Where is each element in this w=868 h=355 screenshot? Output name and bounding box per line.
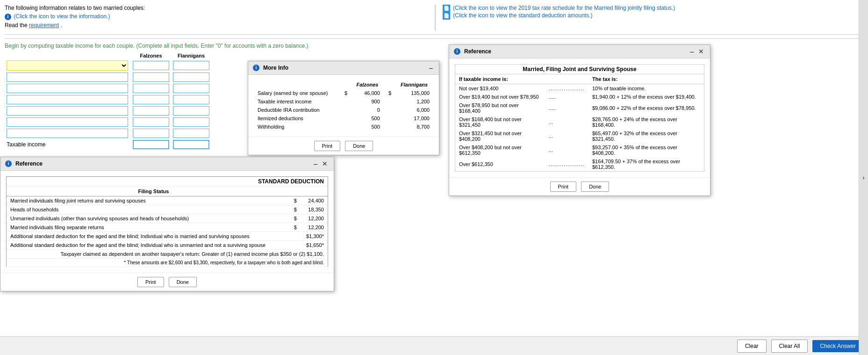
top-section: The following information relates to two… — [5, 5, 863, 30]
mi-row5-label: Withholding — [254, 123, 340, 131]
mi-row3-flannigans: 6,000 — [395, 106, 433, 114]
row3-flannigans-input[interactable] — [173, 84, 209, 93]
taxable-income-flannigans[interactable] — [173, 140, 209, 149]
list-item: Itemized deductions 500 17,000 — [254, 114, 433, 123]
list-item: Not over $19,400 ................... 10%… — [455, 84, 704, 93]
requirement-link[interactable]: requirement — [29, 22, 59, 29]
ref-tax-minimize[interactable]: – — [689, 48, 695, 55]
row6-flannigans-input[interactable] — [173, 117, 209, 127]
row7-label-input[interactable] — [7, 129, 128, 138]
row4-falzones-input[interactable] — [133, 95, 169, 104]
row4-label-input[interactable] — [7, 95, 128, 104]
row7-flannigans-input[interactable] — [173, 129, 209, 138]
row1-flannigans-input[interactable] — [173, 61, 209, 70]
list-item: Withholding 500 8,700 — [254, 123, 433, 131]
more-info-popup: i More Info – Falzones Flannigans — [248, 61, 439, 155]
ref-std-content: STANDARD DEDUCTION Filing Status Married… — [0, 171, 334, 273]
row6-label-input[interactable] — [7, 117, 128, 127]
row3-falzones-input[interactable] — [133, 84, 169, 93]
mi-row3-label: Deductible IRA contribution — [254, 106, 340, 114]
ref-tax-print-button[interactable]: Print — [550, 181, 577, 192]
list-item: Taxpayer claimed as dependent on another… — [7, 250, 328, 259]
list-item: Over $408,200 but not over $612,350 ... … — [455, 143, 704, 157]
table-row — [5, 72, 211, 83]
ref-std-print-button[interactable]: Print — [137, 277, 164, 287]
clear-button[interactable]: Clear — [737, 340, 767, 353]
mi-row2-label: Taxable interest income — [254, 97, 340, 106]
mi-row4-flannigans: 17,000 — [395, 114, 433, 123]
doc-icon-1[interactable]: 📄 — [443, 5, 450, 12]
ref-tax-popup: i Reference – ✕ Married, Filing Joint an… — [449, 44, 710, 196]
std-deduction-link[interactable]: (Click the icon to view the standard ded… — [453, 12, 592, 19]
ref-std-controls: – ✕ — [312, 160, 329, 167]
row1-falzones-input[interactable] — [133, 61, 169, 70]
ref-std-close[interactable]: ✕ — [321, 160, 329, 167]
row1-dropdown[interactable] — [7, 60, 128, 71]
more-info-content: Falzones Flannigans Salary (earned by on… — [248, 75, 439, 137]
mi-row4-falzones: 500 — [351, 114, 384, 123]
nav-arrow[interactable]: › — [859, 0, 868, 355]
row5-flannigans-input[interactable] — [173, 106, 209, 116]
ref-std-title: Reference — [15, 160, 43, 167]
list-item: Taxable interest income 900 1,200 — [254, 97, 433, 106]
more-info-print-button[interactable]: Print — [314, 141, 341, 151]
more-info-done-button[interactable]: Done — [345, 141, 373, 151]
taxable-income-falzones[interactable] — [133, 140, 169, 149]
ref-tax-icon: i — [454, 48, 460, 55]
clear-all-button[interactable]: Clear All — [771, 340, 808, 353]
ref-tax-done-button[interactable]: Done — [581, 181, 609, 192]
list-item: Deductible IRA contribution 0 6,000 — [254, 106, 433, 114]
ref-std-done-button[interactable]: Done — [169, 277, 197, 287]
row2-falzones-input[interactable] — [133, 72, 169, 82]
info-link[interactable]: (Click the icon to view the information.… — [14, 13, 110, 20]
mi-row1-dollar: $ — [340, 89, 351, 97]
more-info-minimize[interactable]: – — [428, 64, 434, 72]
table-row — [5, 128, 211, 139]
compute-label: Begin by computing taxable income for ea… — [5, 43, 863, 49]
list-item: Salary (earned by one spouse) $ 46,000 $… — [254, 89, 433, 97]
mi-row5-flannigans: 8,700 — [395, 123, 433, 131]
mi-col-flannigans: Flannigans — [395, 80, 433, 89]
main-page: The following information relates to two… — [0, 0, 868, 355]
mi-col-falzones: Falzones — [351, 80, 384, 89]
mi-row1-dollar2: $ — [384, 89, 395, 97]
table-row — [5, 105, 211, 116]
row4-flannigans-input[interactable] — [173, 95, 209, 104]
taxable-income-label: Taxable income — [7, 141, 45, 148]
info-icon[interactable]: i — [5, 14, 11, 20]
more-info-icon: i — [253, 65, 259, 71]
ref-std-footer: Print Done — [0, 273, 334, 291]
ref-std-popup: i Reference – ✕ STANDARD DEDUCTION Filin… — [0, 157, 334, 291]
mi-row1-flannigans: 135,000 — [395, 89, 433, 97]
doc-icon-2[interactable]: 📄 — [443, 12, 450, 20]
ref-tax-close[interactable]: ✕ — [697, 48, 705, 55]
intro-line1: The following information relates to two… — [5, 5, 425, 11]
row7-falzones-input[interactable] — [133, 129, 169, 138]
tax-col2-header: The tax is: — [588, 74, 704, 84]
list-item: Over $321,450 but not over $408,200 ... … — [455, 129, 704, 143]
ref-std-header: i Reference – ✕ — [0, 157, 334, 171]
mi-row5-falzones: 500 — [351, 123, 384, 131]
row2-label-input[interactable] — [7, 72, 128, 82]
ref-tax-title: Reference — [464, 48, 491, 55]
more-info-header: i More Info – — [248, 61, 439, 75]
bottom-bar: Clear Clear All Check Answer — [0, 336, 868, 355]
ref-std-minimize[interactable]: – — [312, 160, 319, 167]
table-row — [5, 94, 211, 105]
mi-row1-label: Salary (earned by one spouse) — [254, 89, 340, 97]
table-row — [5, 59, 211, 72]
row5-falzones-input[interactable] — [133, 106, 169, 116]
ref-tax-content: Married, Filing Joint and Surviving Spou… — [449, 58, 710, 177]
check-answer-button[interactable]: Check Answer — [812, 340, 863, 352]
more-info-footer: Print Done — [248, 137, 439, 155]
row6-falzones-input[interactable] — [133, 117, 169, 127]
std-deduction-table: STANDARD DEDUCTION Filing Status Married… — [6, 176, 328, 267]
mi-row2-falzones: 900 — [351, 97, 384, 106]
row2-flannigans-input[interactable] — [173, 72, 209, 82]
tax-rate-link[interactable]: (Click the icon to view the 2019 tax rat… — [453, 5, 675, 11]
list-item: Over $19,400 but not over $78,950 ..... … — [455, 93, 704, 101]
row5-label-input[interactable] — [7, 106, 128, 116]
row3-label-input[interactable] — [7, 84, 128, 93]
tax-rate-link-row: 📄 (Click the icon to view the 2019 tax r… — [443, 5, 863, 12]
intro-text: The following information relates to two… — [5, 5, 145, 11]
